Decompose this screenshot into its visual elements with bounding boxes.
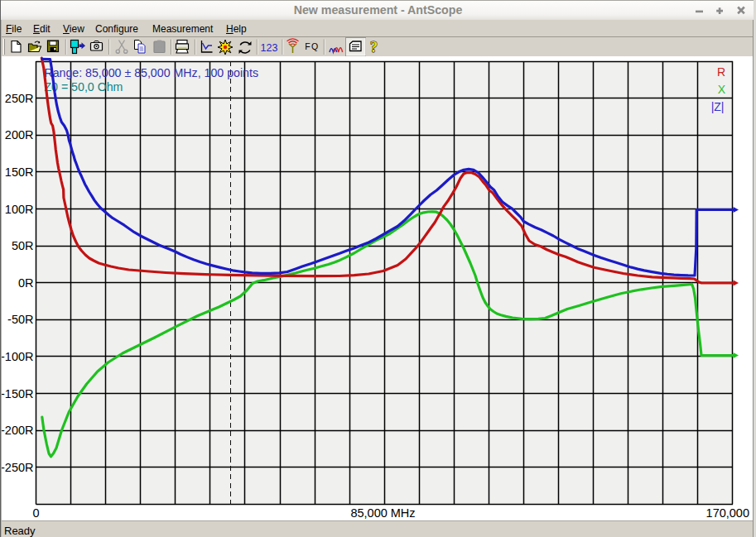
- svg-text:-150R: -150R: [1, 387, 34, 400]
- svg-text:-100R: -100R: [1, 350, 34, 363]
- svg-text:-250R: -250R: [1, 461, 34, 474]
- svg-text:123: 123: [261, 42, 278, 54]
- svg-text:FQ: FQ: [305, 41, 320, 51]
- svg-text:|Z|: |Z|: [711, 100, 725, 113]
- svg-text:250R: 250R: [5, 92, 34, 105]
- svg-text:Z0 = 50,0 Ohm: Z0 = 50,0 Ohm: [44, 80, 123, 93]
- svg-text:X: X: [718, 83, 726, 96]
- svg-text:Range: 85,000 ± 85,000 MHz, 10: Range: 85,000 ± 85,000 MHz, 100 points: [44, 66, 258, 79]
- svg-text:?: ?: [370, 39, 378, 55]
- svg-text:-50R: -50R: [7, 313, 33, 326]
- svg-text:150R: 150R: [5, 165, 34, 179]
- svg-text:R: R: [717, 65, 725, 79]
- svg-text:85,000 MHz: 85,000 MHz: [350, 506, 415, 520]
- svg-text:-200R: -200R: [1, 424, 34, 437]
- svg-text:50R: 50R: [12, 239, 34, 252]
- svg-text:200R: 200R: [5, 128, 34, 141]
- svg-text:170,000: 170,000: [706, 506, 749, 520]
- svg-text:0R: 0R: [18, 276, 34, 290]
- svg-text:100R: 100R: [5, 203, 34, 216]
- svg-text:0: 0: [33, 506, 40, 520]
